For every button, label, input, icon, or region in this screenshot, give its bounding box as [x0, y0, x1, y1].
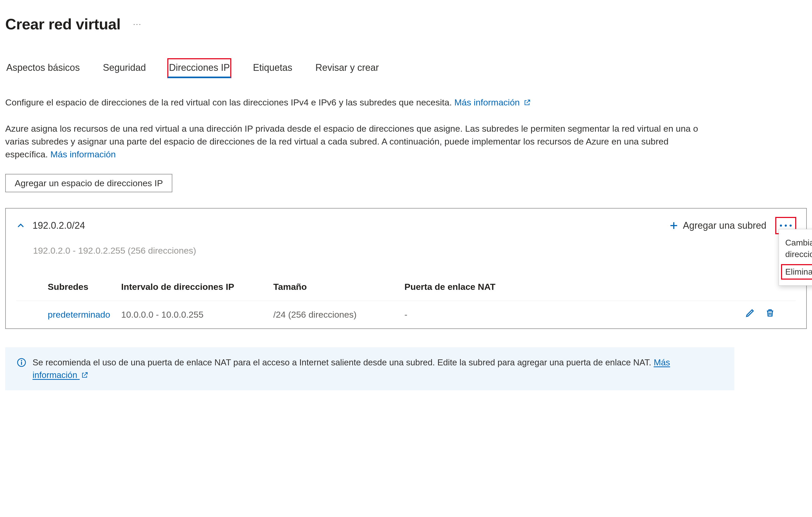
- svg-rect-6: [21, 362, 22, 365]
- page-title: Crear red virtual: [5, 13, 121, 35]
- address-space-cidr: 192.0.2.0/24: [32, 219, 85, 232]
- learn-more-link-1[interactable]: Más información: [454, 97, 530, 107]
- external-link-icon: [524, 96, 530, 103]
- tab-security[interactable]: Seguridad: [102, 59, 147, 78]
- add-ip-space-button[interactable]: Agregar un espacio de direcciones IP: [5, 174, 172, 192]
- nat-info-text: Se recomienda el uso de una puerta de en…: [32, 357, 654, 367]
- tab-review-create[interactable]: Revisar y crear: [315, 59, 380, 78]
- pencil-icon: [745, 308, 755, 321]
- intro-line-1: Configure el espacio de direcciones de l…: [5, 96, 700, 109]
- subnet-nat: -: [399, 301, 562, 329]
- edit-subnet-button[interactable]: [745, 310, 755, 319]
- subnet-size: /24 (256 direcciones): [268, 301, 399, 329]
- learn-more-link-1-text: Más información: [454, 97, 520, 107]
- page-title-more-icon[interactable]: ···: [133, 19, 142, 30]
- intro-line-1-text: Configure el espacio de direcciones de l…: [5, 97, 454, 107]
- address-space-panel: 192.0.2.0/24 Agregar una subred ••• Camb…: [5, 208, 807, 329]
- address-space-context-menu: Cambiar tamaño de un espacio de direccio…: [779, 229, 812, 286]
- plus-icon: [669, 221, 678, 230]
- trash-icon: [765, 308, 775, 321]
- subnet-name-link[interactable]: predeterminado: [48, 310, 110, 319]
- tab-ip-addresses[interactable]: Direcciones IP: [168, 59, 231, 78]
- more-horizontal-icon: •••: [780, 222, 794, 230]
- intro-para-2: Azure asigna los recursos de una red vir…: [5, 122, 700, 161]
- menu-item-resize-address-space[interactable]: Cambiar tamaño de un espacio de direccio…: [779, 234, 812, 262]
- table-row: predeterminado 10.0.0.0 - 10.0.0.255 /24…: [16, 301, 796, 329]
- col-header-range: Intervalo de direcciones IP: [116, 273, 268, 301]
- address-space-range-note: 192.0.2.0 - 192.0.2.255 (256 direcciones…: [33, 244, 796, 257]
- col-header-nat: Puerta de enlace NAT: [399, 273, 562, 301]
- external-link-icon: [81, 369, 88, 376]
- nat-info-banner: Se recomienda el uso de una puerta de en…: [5, 347, 734, 390]
- add-subnet-button[interactable]: Agregar una subred: [669, 219, 766, 232]
- svg-point-5: [21, 360, 22, 362]
- tab-tags[interactable]: Etiquetas: [252, 59, 293, 78]
- learn-more-link-2[interactable]: Más información: [50, 149, 116, 159]
- subnet-range: 10.0.0.0 - 10.0.0.255: [116, 301, 268, 329]
- tabs: Aspectos básicos Seguridad Direcciones I…: [5, 59, 807, 78]
- delete-subnet-button[interactable]: [765, 310, 775, 319]
- info-icon: [17, 358, 26, 367]
- subnet-table: Subredes Intervalo de direcciones IP Tam…: [16, 273, 796, 329]
- col-header-subnets: Subredes: [16, 273, 116, 301]
- add-subnet-label: Agregar una subred: [683, 219, 766, 232]
- col-header-size: Tamaño: [268, 273, 399, 301]
- menu-item-delete-address-space[interactable]: Eliminar espacio de direcciones: [781, 264, 812, 280]
- chevron-up-icon[interactable]: [16, 221, 25, 230]
- tab-basics[interactable]: Aspectos básicos: [5, 59, 81, 78]
